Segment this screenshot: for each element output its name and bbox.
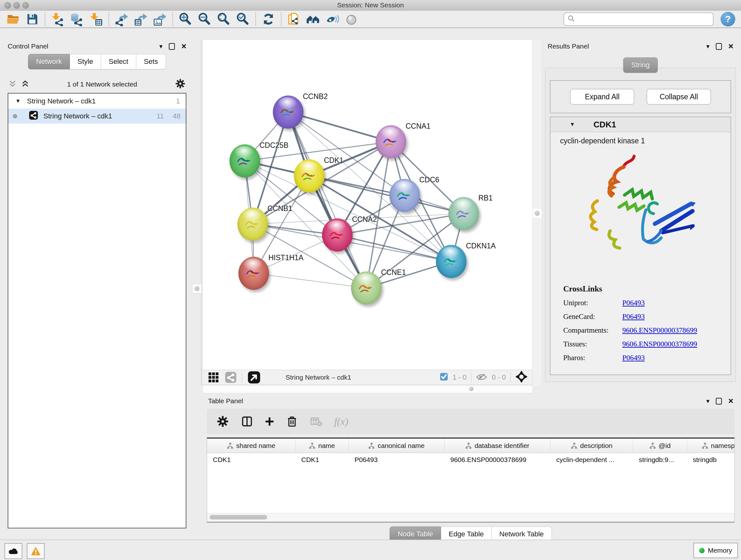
- column-header-database-identifier[interactable]: database identifier: [445, 439, 550, 453]
- zoom-selected-icon[interactable]: [235, 12, 250, 26]
- crosslink-link[interactable]: 9606.ENSP00000378699: [622, 340, 697, 348]
- hidden-eye-icon[interactable]: [476, 372, 487, 383]
- network-node-cdc25b[interactable]: [229, 144, 260, 178]
- column-header-description[interactable]: description: [550, 439, 633, 453]
- cloud-status-button[interactable]: [4, 543, 22, 559]
- table-header-row: shared namenamecanonical namedatabase id…: [207, 439, 734, 453]
- network-view-canvas[interactable]: CCNB2CCNA1CDC25BCDK1CDC6RB1CCNB1CCNA2CDK…: [203, 40, 532, 370]
- memory-button[interactable]: Memory: [693, 543, 738, 558]
- scrollbar-thumb[interactable]: [210, 515, 267, 519]
- warning-status-button[interactable]: [27, 543, 45, 559]
- zoom-out-icon[interactable]: [197, 12, 212, 26]
- protein-thumbnail: [279, 103, 297, 121]
- horizontal-splitter-handle[interactable]: [469, 387, 474, 391]
- panel-close-icon[interactable]: ×: [728, 42, 733, 51]
- export-network-icon[interactable]: [114, 12, 129, 26]
- expand-all-button[interactable]: Expand All: [570, 89, 634, 105]
- column-header-id[interactable]: @id: [633, 439, 687, 453]
- gene-expander-icon[interactable]: ▼: [569, 121, 575, 128]
- crosslink-link[interactable]: 9606.ENSP00000378699: [622, 326, 697, 334]
- hidden-counts: 0 - 0: [492, 373, 506, 381]
- gene-description: cyclin-dependent kinase 1: [550, 132, 731, 145]
- table-cell: stringdb:9...: [633, 453, 687, 466]
- collection-expander-icon[interactable]: ▼: [15, 98, 21, 105]
- birds-eye-launch-icon[interactable]: [247, 371, 261, 384]
- zoom-in-icon[interactable]: [178, 12, 193, 26]
- birds-eye-icon[interactable]: [344, 12, 359, 26]
- panel-float-icon[interactable]: [169, 43, 175, 50]
- column-header-canonical-name[interactable]: canonical name: [349, 439, 445, 453]
- network-node-cdkn1a[interactable]: [436, 245, 467, 278]
- panel-close-icon[interactable]: ×: [181, 42, 186, 51]
- import-table-icon[interactable]: [89, 12, 104, 26]
- network-node-cdk1[interactable]: [294, 159, 325, 192]
- open-session-icon[interactable]: [6, 12, 20, 26]
- panel-menu-icon[interactable]: ▾: [159, 43, 162, 50]
- toolbar-groups: [6, 12, 359, 26]
- network-node-hist1h1a[interactable]: [239, 257, 269, 290]
- table-settings-gear-icon[interactable]: [216, 415, 229, 428]
- collapse-all-networks-icon[interactable]: [21, 79, 29, 89]
- search-box[interactable]: [563, 12, 714, 26]
- left-splitter-handle[interactable]: [192, 284, 202, 294]
- show-columns-icon[interactable]: [241, 415, 253, 428]
- create-column-icon[interactable]: +: [265, 415, 274, 428]
- network-options-gear-icon[interactable]: [175, 78, 186, 90]
- crosslink-link[interactable]: P06493: [622, 354, 645, 362]
- table-panel: Table Panel ▾ × + f(x) shared namenameca…: [203, 395, 738, 540]
- grid-view-icon[interactable]: [207, 371, 219, 383]
- expand-all-networks-icon[interactable]: [8, 79, 17, 89]
- column-header-namespace[interactable]: namespace: [687, 439, 735, 453]
- panel-close-icon[interactable]: ×: [728, 397, 733, 406]
- import-database-icon[interactable]: [70, 12, 84, 26]
- network-node-ccna1[interactable]: [376, 125, 406, 159]
- export-table-icon[interactable]: [133, 12, 148, 26]
- delete-column-icon[interactable]: [286, 415, 298, 428]
- selected-checkbox-icon[interactable]: [440, 373, 448, 382]
- network-view-icon[interactable]: [225, 371, 237, 383]
- crosslink-link[interactable]: P06493: [622, 299, 645, 307]
- right-splitter-handle[interactable]: [533, 209, 542, 218]
- left-splitter[interactable]: [201, 40, 202, 385]
- horizontal-splitter[interactable]: [203, 385, 532, 393]
- network-node-cdc6[interactable]: [389, 179, 420, 212]
- graphics-details-icon[interactable]: [325, 12, 340, 26]
- column-header-name[interactable]: name: [295, 439, 349, 453]
- crosslink-link[interactable]: P06493: [622, 313, 645, 321]
- fit-content-icon[interactable]: [515, 370, 528, 384]
- network-row[interactable]: String Network – cdk1 11 48: [8, 109, 186, 124]
- tab-sets[interactable]: Sets: [136, 54, 166, 69]
- save-session-icon[interactable]: [25, 12, 40, 26]
- network-collection-row[interactable]: ▼ String Network – cdk1 1: [8, 94, 186, 109]
- collapse-all-button[interactable]: Collapse All: [647, 89, 711, 105]
- home-icon[interactable]: [306, 12, 320, 26]
- zoom-fit-icon[interactable]: [216, 12, 231, 26]
- protein-thumbnail: [244, 264, 263, 282]
- clone-network-icon[interactable]: [286, 12, 301, 26]
- column-header-shared-name[interactable]: shared name: [207, 439, 295, 453]
- network-node-ccna2[interactable]: [322, 219, 353, 252]
- node-label-ccna2: CCNA2: [352, 215, 377, 224]
- table-horizontal-scrollbar[interactable]: [207, 513, 734, 522]
- search-input[interactable]: [578, 15, 710, 23]
- panel-menu-icon[interactable]: ▾: [706, 397, 710, 405]
- help-button[interactable]: ?: [721, 12, 735, 26]
- panel-menu-icon[interactable]: ▾: [706, 43, 710, 50]
- panel-float-icon[interactable]: [716, 398, 722, 405]
- network-node-ccnb1[interactable]: [238, 207, 268, 241]
- network-node-ccne1[interactable]: [351, 271, 382, 305]
- import-network-icon[interactable]: [51, 12, 65, 26]
- refresh-icon[interactable]: [261, 12, 276, 26]
- network-node-rb1[interactable]: [448, 197, 479, 230]
- network-node-ccnb2[interactable]: [273, 96, 304, 129]
- cytoscape-window: Session: New Session ? Control Panel ▾ ×…: [0, 0, 741, 560]
- column-label: namespace: [711, 442, 735, 449]
- tab-string[interactable]: String: [623, 57, 657, 73]
- tab-style[interactable]: Style: [70, 54, 101, 69]
- panel-float-icon[interactable]: [716, 43, 722, 50]
- tab-network[interactable]: Network: [28, 54, 70, 69]
- tab-select[interactable]: Select: [101, 54, 136, 69]
- export-image-icon[interactable]: [152, 12, 167, 26]
- gene-section-header[interactable]: ▼ CDK1: [550, 117, 731, 132]
- table-row[interactable]: CDK1CDK1P064939606.ENSP00000378699cyclin…: [207, 453, 734, 466]
